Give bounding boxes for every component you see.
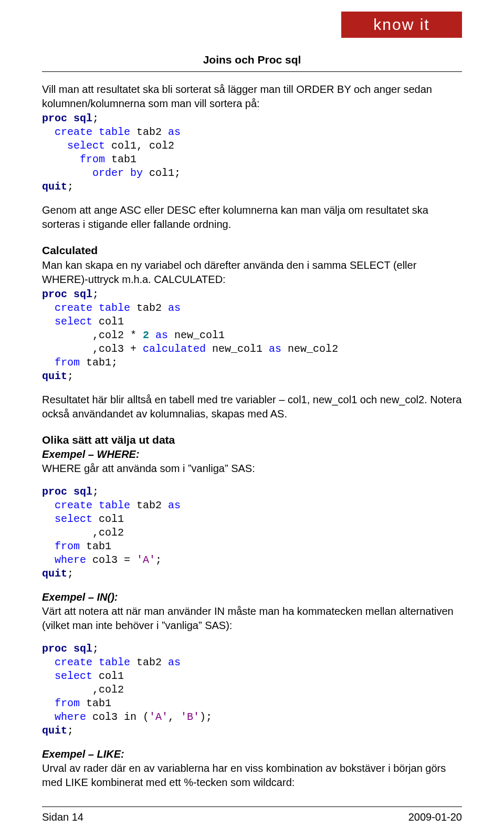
kw-create: create	[42, 656, 92, 668]
kw-select: select	[42, 670, 92, 682]
num-literal: 2	[143, 329, 149, 341]
footer-page-number: Sidan 14	[42, 810, 83, 824]
ident: new_col1	[206, 343, 269, 355]
ident: col1;	[143, 167, 181, 179]
divider-bottom	[42, 806, 462, 807]
ident: tab1	[80, 540, 111, 552]
kw-from: from	[42, 357, 80, 369]
ident: tab2	[130, 126, 168, 138]
punct: ;	[92, 486, 99, 498]
example-in-paragraph: Värt att notera att när man använder IN …	[42, 604, 462, 633]
ident: tab1;	[80, 357, 118, 369]
punct: );	[200, 711, 212, 723]
kw-table: table	[92, 126, 130, 138]
punct: ;	[67, 568, 74, 580]
punct: ;	[92, 288, 99, 300]
punct: ;	[92, 112, 99, 124]
calculated-heading: Calculated	[42, 243, 462, 258]
ident: ,col2	[42, 684, 124, 696]
kw-create: create	[42, 499, 92, 511]
page-title: Joins och Proc sql	[42, 53, 462, 67]
page-footer: Sidan 14 2009-01-20	[42, 802, 462, 824]
divider-top	[42, 71, 462, 72]
ident: tab2	[130, 302, 168, 314]
punct: ;	[92, 643, 99, 655]
calculated-paragraph: Man kan skapa en ny variabel och därefte…	[42, 258, 462, 287]
str-literal: 'A'	[136, 554, 155, 566]
kw-from: from	[42, 697, 80, 709]
code-block-3: proc sql; create table tab2 as select co…	[42, 485, 462, 581]
kw-select: select	[42, 513, 92, 525]
kw-where: where	[42, 554, 86, 566]
kw-from: from	[42, 540, 80, 552]
kw-table: table	[92, 499, 130, 511]
kw-select: select	[42, 140, 105, 152]
punct: ;	[67, 181, 74, 193]
ident: ,col2	[42, 527, 124, 539]
kw-as: as	[269, 343, 281, 355]
kw-quit: quit	[42, 725, 67, 737]
str-literal: 'B'	[181, 711, 200, 723]
kw-sql: sql	[67, 288, 92, 300]
kw-sql: sql	[67, 486, 92, 498]
kw-from: from	[42, 153, 105, 165]
ident: col1	[92, 513, 124, 525]
ident: ,col3 +	[42, 343, 143, 355]
example-like-heading: Exempel – LIKE:	[42, 747, 462, 761]
ident: new_col2	[281, 343, 338, 355]
kw-quit: quit	[42, 370, 67, 382]
ident: tab2	[130, 656, 168, 668]
ident: tab1	[80, 697, 111, 709]
kw-by: by	[124, 167, 143, 179]
kw-proc: proc	[42, 643, 67, 655]
kw-calculated: calculated	[143, 343, 206, 355]
punct: ;	[67, 725, 74, 737]
kw-select: select	[42, 316, 92, 328]
ident: col3 in (	[86, 711, 149, 723]
logo-text: know it	[373, 14, 429, 36]
kw-as: as	[168, 499, 181, 511]
kw-where: where	[42, 711, 86, 723]
code-block-4: proc sql; create table tab2 as select co…	[42, 642, 462, 738]
kw-sql: sql	[67, 643, 92, 655]
str-literal: 'A'	[149, 711, 168, 723]
kw-as: as	[168, 302, 181, 314]
page: know it Joins och Proc sql Vill man att …	[0, 0, 504, 838]
ident: new_col1	[168, 329, 225, 341]
footer-date: 2009-01-20	[408, 810, 462, 824]
example-like-paragraph: Urval av rader där en av variablerna har…	[42, 761, 462, 790]
ident: col3 =	[86, 554, 136, 566]
ident: col1	[92, 316, 124, 328]
ident: col1, col2	[105, 140, 174, 152]
olika-heading: Olika sätt att välja ut data	[42, 433, 462, 447]
punct: ,	[168, 711, 181, 723]
ident: col1	[92, 670, 124, 682]
ident: tab1	[105, 153, 136, 165]
logo-badge: know it	[341, 12, 462, 38]
result-paragraph: Resultatet här blir alltså en tabell med…	[42, 393, 462, 421]
kw-proc: proc	[42, 288, 67, 300]
ident: ,col2 *	[42, 329, 143, 341]
example-where-heading: Exempel – WHERE:	[42, 447, 462, 462]
kw-create: create	[42, 126, 92, 138]
code-block-2: proc sql; create table tab2 as select co…	[42, 288, 462, 383]
kw-sql: sql	[67, 112, 92, 124]
kw-proc: proc	[42, 486, 67, 498]
kw-as: as	[168, 656, 181, 668]
kw-create: create	[42, 302, 92, 314]
punct: ;	[67, 370, 74, 382]
punct: ;	[155, 554, 162, 566]
example-where-paragraph: WHERE går att använda som i ”vanliga” SA…	[42, 462, 462, 476]
intro-paragraph: Vill man att resultatet ska bli sorterat…	[42, 82, 462, 111]
kw-proc: proc	[42, 112, 67, 124]
kw-quit: quit	[42, 181, 67, 193]
asc-desc-paragraph: Genom att ange ASC eller DESC efter kolu…	[42, 203, 462, 232]
kw-table: table	[92, 302, 130, 314]
kw-as: as	[168, 126, 181, 138]
example-in-heading: Exempel – IN():	[42, 590, 462, 604]
kw-table: table	[92, 656, 130, 668]
ident: tab2	[130, 499, 168, 511]
code-block-1: proc sql; create table tab2 as select co…	[42, 112, 462, 194]
kw-order: order	[42, 167, 124, 179]
kw-as: as	[149, 329, 168, 341]
